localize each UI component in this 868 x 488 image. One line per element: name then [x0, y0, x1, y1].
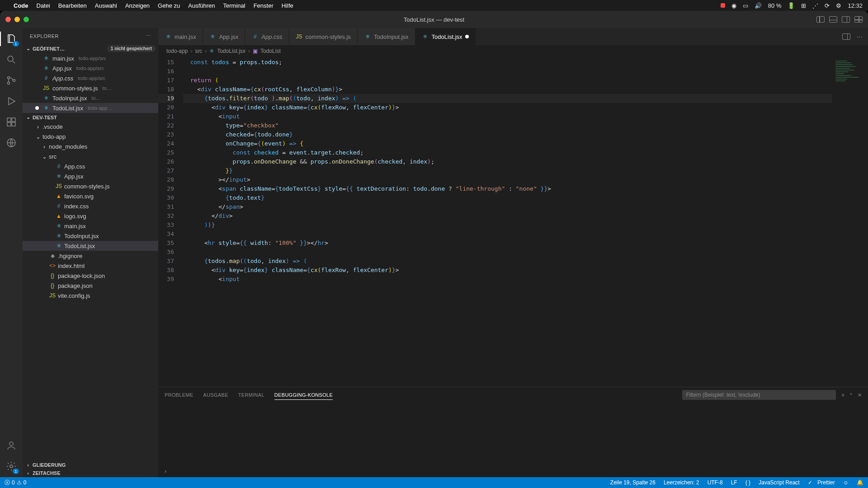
editor-tab[interactable]: ⚛TodoList.jsx — [415, 28, 476, 45]
menu-go[interactable]: Gehe zu — [158, 2, 180, 9]
control-center-icon[interactable]: ⚙ — [836, 2, 841, 9]
editor-tab[interactable]: ⚛main.jsx — [158, 28, 203, 45]
status-feedback-icon[interactable]: ☺ — [843, 479, 849, 486]
sync-icon[interactable]: ⟳ — [825, 2, 830, 9]
section-open-editors[interactable]: ⌄ GEÖFFNET… 1 nicht gespeichert — [23, 44, 158, 53]
breadcrumb-item[interactable]: TodoList — [260, 48, 281, 54]
tree-folder[interactable]: ⌄todo-app — [23, 131, 158, 141]
tree-file[interactable]: ▲logo.svg — [23, 211, 158, 221]
battery-text[interactable]: 80 % — [768, 2, 782, 9]
editor-tab[interactable]: ⚛TodoInput.jsx — [358, 28, 415, 45]
minimap[interactable] — [832, 57, 868, 387]
status-eol[interactable]: LF — [731, 479, 737, 486]
menu-selection[interactable]: Auswahl — [95, 2, 117, 9]
layout-sidebar-left-icon[interactable] — [816, 16, 825, 23]
menu-view[interactable]: Anzeigen — [125, 2, 150, 9]
section-workspace[interactable]: ⌄ DEV-TEST — [23, 113, 158, 122]
minimize-window-button[interactable] — [14, 17, 20, 22]
status-encoding[interactable]: UTF-8 — [708, 479, 723, 486]
status-spaces[interactable]: Leerzeichen: 2 — [664, 479, 699, 486]
menu-run[interactable]: Ausführen — [188, 2, 215, 9]
editor-body[interactable]: 1516171819202122232425262728293031323334… — [158, 57, 868, 387]
activity-run-debug[interactable] — [5, 95, 18, 108]
filter-icon[interactable]: ≡ — [841, 392, 844, 398]
open-editor-item[interactable]: ⚛TodoList.jsxtodo-app… — [23, 103, 158, 113]
tree-file[interactable]: ⚛TodoList.jsx — [23, 241, 158, 251]
tree-file[interactable]: {}package-lock.json — [23, 271, 158, 281]
activity-settings[interactable]: 1 — [5, 460, 18, 473]
close-window-button[interactable] — [5, 17, 11, 22]
menu-edit[interactable]: Bearbeiten — [58, 2, 87, 9]
open-editor-item[interactable]: ⚛App.jsxtodo-app/src — [23, 63, 158, 73]
tree-file[interactable]: ⚛main.jsx — [23, 221, 158, 231]
layout-sidebar-right-icon[interactable] — [842, 16, 850, 23]
editor-tab[interactable]: JScommon-styles.js — [289, 28, 358, 45]
debug-prompt-icon[interactable]: › — [165, 468, 166, 474]
panel-tab-output[interactable]: AUSGABE — [203, 390, 228, 399]
maximize-panel-icon[interactable]: ^ — [850, 392, 852, 398]
tree-folder[interactable]: ›.vscode — [23, 122, 158, 131]
panel-tab-terminal[interactable]: TERMINAL — [238, 390, 264, 399]
activity-source-control[interactable] — [5, 74, 18, 87]
breadcrumb-item[interactable]: todo-app — [166, 48, 188, 54]
tree-file[interactable]: ◆.hgignore — [23, 251, 158, 261]
maximize-window-button[interactable] — [24, 17, 29, 22]
activity-explorer[interactable]: 1 — [5, 33, 18, 45]
clock[interactable]: 12:32 — [848, 2, 863, 9]
volume-icon[interactable]: 🔊 — [755, 2, 762, 9]
tree-file[interactable]: #index.css — [23, 201, 158, 211]
panel-tab-debug-console[interactable]: DEBUGGING-KONSOLE — [274, 390, 333, 400]
breadcrumbs[interactable]: todo-app › src › ⚛ TodoList.jsx › ▣ Todo… — [158, 45, 868, 57]
close-panel-icon[interactable]: ✕ — [858, 392, 862, 398]
activity-account[interactable] — [5, 439, 18, 452]
tree-file[interactable]: JScommon-styles.js — [23, 181, 158, 191]
editor-tab[interactable]: #App.css — [245, 28, 289, 45]
status-errors[interactable]: ⓧ0 ⚠0 — [5, 479, 26, 487]
split-editor-icon[interactable] — [842, 33, 850, 40]
open-editor-item[interactable]: JScommon-styles.jsto… — [23, 83, 158, 93]
menu-terminal[interactable]: Terminal — [223, 2, 245, 9]
status-cursor[interactable]: Zeile 19, Spalte 26 — [610, 479, 656, 486]
open-editor-item[interactable]: #App.csstodo-app/src — [23, 73, 158, 83]
menu-help[interactable]: Hilfe — [282, 2, 293, 9]
spotlight-icon[interactable]: ◉ — [731, 2, 736, 9]
status-language[interactable]: JavaScript React — [759, 479, 800, 486]
panel-tab-problems[interactable]: PROBLEME — [165, 390, 193, 399]
battery-icon[interactable]: 🔋 — [788, 2, 795, 9]
status-lang-icon[interactable]: { } — [745, 479, 750, 486]
app-name[interactable]: Code — [14, 2, 28, 9]
status-bell-icon[interactable]: 🔔 — [857, 479, 863, 486]
sidebar-more-icon[interactable]: ⋯ — [146, 33, 151, 39]
debug-filter-input[interactable] — [682, 390, 836, 400]
breadcrumb-item[interactable]: TodoList.jsx — [217, 48, 245, 54]
tree-file[interactable]: JSvite.config.js — [23, 291, 158, 300]
section-timeline[interactable]: › ZEITACHSE — [23, 469, 158, 477]
display-icon[interactable]: ▭ — [743, 2, 748, 9]
code-content[interactable]: const todos = props.todos; return ( <div… — [183, 57, 832, 387]
tree-file[interactable]: ▲favicon.svg — [23, 191, 158, 201]
activity-remote[interactable] — [5, 136, 18, 149]
layout-panel-bottom-icon[interactable] — [829, 16, 837, 23]
wifi-icon[interactable]: ⋰ — [812, 2, 818, 9]
tab-more-icon[interactable]: ⋯ — [857, 33, 863, 40]
tree-folder[interactable]: ⌄src — [23, 151, 158, 161]
activity-extensions[interactable] — [5, 116, 18, 128]
open-editor-item[interactable]: ⚛main.jsxtodo-app/src — [23, 53, 158, 63]
editor-tab[interactable]: ⚛App.jsx — [203, 28, 245, 45]
tray-icon[interactable]: ⊞ — [801, 2, 806, 9]
section-outline[interactable]: › GLIEDERUNG — [23, 461, 158, 469]
layout-customize-icon[interactable] — [854, 16, 863, 23]
open-editor-item[interactable]: ⚛TodoInput.jsxto… — [23, 93, 158, 103]
menu-window[interactable]: Fenster — [254, 2, 274, 9]
status-prettier[interactable]: ✓ Prettier — [808, 479, 835, 486]
activity-search[interactable] — [5, 53, 18, 66]
tree-file[interactable]: ⚛App.jsx — [23, 171, 158, 181]
tree-file[interactable]: <>index.html — [23, 261, 158, 271]
recording-icon[interactable] — [721, 3, 725, 8]
tree-file[interactable]: {}package.json — [23, 281, 158, 291]
breadcrumb-item[interactable]: src — [195, 48, 202, 54]
tree-folder[interactable]: ›node_modules — [23, 141, 158, 151]
menu-file[interactable]: Datei — [37, 2, 50, 9]
tree-file[interactable]: ⚛TodoInput.jsx — [23, 231, 158, 241]
tree-file[interactable]: #App.css — [23, 161, 158, 171]
